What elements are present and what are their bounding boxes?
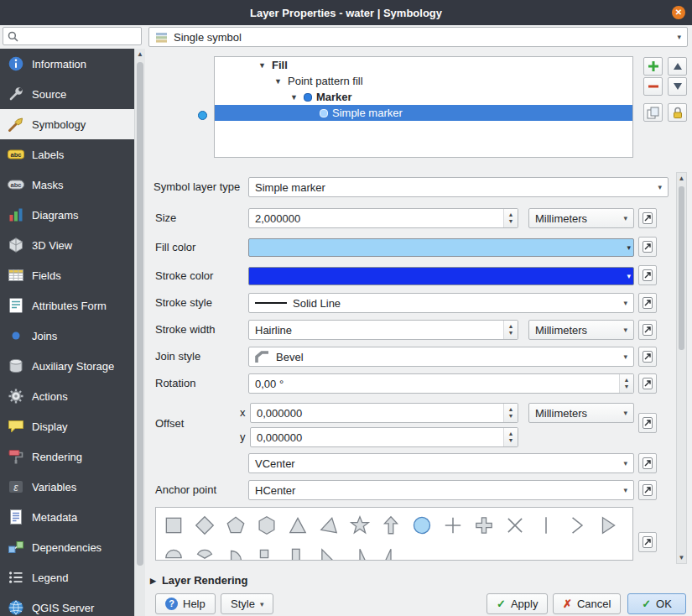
offset-x-input[interactable]: 0,000000 ▲▼ <box>250 403 518 423</box>
symbol-tree-item-simple-marker[interactable]: Simple marker <box>215 105 632 121</box>
data-defined-override-button[interactable] <box>638 237 657 257</box>
data-defined-override-button[interactable] <box>638 532 657 552</box>
renderer-select[interactable]: Single symbol ▾ <box>148 27 688 47</box>
shape-third-circle[interactable] <box>189 540 220 561</box>
lock-color-button[interactable] <box>668 103 687 122</box>
help-button[interactable]: ? Help <box>155 593 216 614</box>
close-button[interactable]: ✕ <box>672 6 685 19</box>
data-defined-override-button[interactable] <box>638 347 657 367</box>
tree-expand-icon[interactable]: ▼ <box>273 77 284 86</box>
fill-color-button[interactable]: ▾ <box>248 238 634 257</box>
apply-button[interactable]: ✓ Apply <box>486 593 548 614</box>
scroll-up-icon[interactable]: ▲ <box>135 49 145 60</box>
sidebar-item-labels[interactable]: abcLabels <box>0 139 134 170</box>
cancel-button[interactable]: ✗ Cancel <box>553 593 621 614</box>
style-button[interactable]: Style ▾ <box>221 593 273 614</box>
shape-cross[interactable] <box>437 509 468 540</box>
main-scrollbar[interactable]: ▲ ▼ <box>676 172 687 564</box>
stroke-style-select[interactable]: Solid Line ▾ <box>248 293 634 313</box>
scroll-up-icon[interactable]: ▲ <box>677 173 686 184</box>
shape-square[interactable] <box>158 509 189 540</box>
symbol-layer-type-select[interactable]: Simple marker ▾ <box>248 177 669 197</box>
horizontal-anchor-select[interactable]: HCenter ▾ <box>248 480 634 500</box>
offset-y-spinner[interactable]: ▲▼ <box>503 428 518 446</box>
data-defined-override-button[interactable] <box>638 480 657 500</box>
symbol-tree-item-fill[interactable]: ▼Fill <box>215 57 632 73</box>
rotation-spinner[interactable]: ▲▼ <box>619 374 633 393</box>
shape-quarter-square[interactable] <box>251 540 282 561</box>
symbol-tree-item-marker[interactable]: ▼Marker <box>215 89 632 105</box>
tree-expand-icon[interactable]: ▼ <box>289 93 299 102</box>
main-scroll-thumb[interactable] <box>679 186 684 350</box>
shape-triangle[interactable] <box>282 509 313 540</box>
sidebar-item-actions[interactable]: Actions <box>0 381 134 411</box>
vertical-anchor-select[interactable]: VCenter ▾ <box>248 453 634 473</box>
sidebar-scrollbar[interactable]: ▲ <box>134 49 145 616</box>
shape-pentagon[interactable] <box>220 509 251 540</box>
sidebar-item-metadata[interactable]: Metadata <box>0 502 134 532</box>
offset-x-spinner[interactable]: ▲▼ <box>503 404 518 422</box>
stroke-color-button[interactable]: ▾ <box>248 267 634 285</box>
rotation-value[interactable]: 0,00 ° <box>249 374 619 393</box>
offset-y-value[interactable]: 0,000000 <box>251 428 503 446</box>
sidebar-item-masks[interactable]: abcMasks <box>0 170 134 200</box>
sidebar-item-dependencies[interactable]: Dependencies <box>0 532 134 562</box>
sidebar-item-source[interactable]: Source <box>0 79 134 109</box>
sidebar-item-symbology[interactable]: Symbology <box>0 109 134 139</box>
shape-hexagon[interactable] <box>251 509 282 540</box>
offset-unit-select[interactable]: Millimeters ▾ <box>528 403 634 423</box>
shape-right-half-triangle[interactable] <box>344 540 375 561</box>
search-box[interactable] <box>3 27 142 45</box>
stroke-width-spinner[interactable]: ▲▼ <box>503 321 518 339</box>
sidebar-item-joins[interactable]: Joins <box>0 321 134 351</box>
layer-rendering-section[interactable]: ▶ Layer Rendering <box>150 574 248 587</box>
data-defined-override-button[interactable] <box>638 413 657 433</box>
stroke-width-unit-select[interactable]: Millimeters ▾ <box>528 320 634 340</box>
sidebar-item-display[interactable]: Display <box>0 411 134 441</box>
sidebar-item-qgis-server[interactable]: QGIS Server <box>0 593 134 616</box>
sidebar-scroll-thumb[interactable] <box>137 62 143 566</box>
sidebar-item-auxiliary-storage[interactable]: Auxiliary Storage <box>0 351 134 381</box>
size-input[interactable]: 2,000000 ▲▼ <box>248 208 518 228</box>
add-symbol-layer-button[interactable] <box>643 57 663 76</box>
shape-diagonal-half-square[interactable] <box>313 540 344 561</box>
sidebar-item-rendering[interactable]: Rendering <box>0 441 134 472</box>
shape-quarter-circle[interactable] <box>220 540 251 561</box>
size-value[interactable]: 2,000000 <box>249 209 503 227</box>
data-defined-override-button[interactable] <box>638 373 657 394</box>
size-unit-select[interactable]: Millimeters ▾ <box>528 208 634 228</box>
shape-equilateral-triangle[interactable] <box>313 509 344 540</box>
stroke-width-value[interactable]: Hairline <box>249 321 503 339</box>
offset-x-value[interactable]: 0,000000 <box>251 404 503 422</box>
tree-expand-icon[interactable]: ▼ <box>257 61 268 70</box>
data-defined-override-button[interactable] <box>638 453 657 473</box>
data-defined-override-button[interactable] <box>638 320 657 340</box>
ok-button[interactable]: ✓ OK <box>627 593 686 614</box>
rotation-input[interactable]: 0,00 ° ▲▼ <box>248 373 634 394</box>
move-up-button[interactable] <box>668 57 687 76</box>
symbol-tree-item-point-pattern-fill[interactable]: ▼Point pattern fill <box>215 73 632 89</box>
shape-filled-arrowhead[interactable] <box>592 509 623 540</box>
remove-symbol-layer-button[interactable] <box>643 77 663 96</box>
sidebar-item-attributes-form[interactable]: Attributes Form <box>0 290 134 321</box>
sidebar-item-3d-view[interactable]: 3D View <box>0 230 134 260</box>
data-defined-override-button[interactable] <box>638 293 657 313</box>
shape-diamond[interactable] <box>189 509 220 540</box>
size-spinner[interactable]: ▲▼ <box>503 209 518 227</box>
sidebar-item-fields[interactable]: Fields <box>0 260 134 290</box>
shape-arrowhead[interactable] <box>561 509 592 540</box>
stroke-width-input[interactable]: Hairline ▲▼ <box>248 320 518 340</box>
scroll-down-icon[interactable]: ▼ <box>677 552 686 563</box>
sidebar-item-variables[interactable]: εVariables <box>0 472 134 502</box>
shape-arrow[interactable] <box>375 509 406 540</box>
shape-star[interactable] <box>344 509 375 540</box>
sidebar-item-information[interactable]: Information <box>0 49 134 79</box>
shape-circle[interactable] <box>406 509 437 540</box>
sidebar-item-diagrams[interactable]: Diagrams <box>0 200 134 230</box>
join-style-select[interactable]: Bevel ▾ <box>248 347 634 367</box>
shape-left-half-triangle[interactable] <box>375 540 406 561</box>
shape-semi-circle[interactable] <box>158 540 189 561</box>
shape-cross-fill[interactable] <box>468 509 499 540</box>
duplicate-symbol-layer-button[interactable] <box>643 103 663 122</box>
search-input[interactable] <box>23 29 137 44</box>
